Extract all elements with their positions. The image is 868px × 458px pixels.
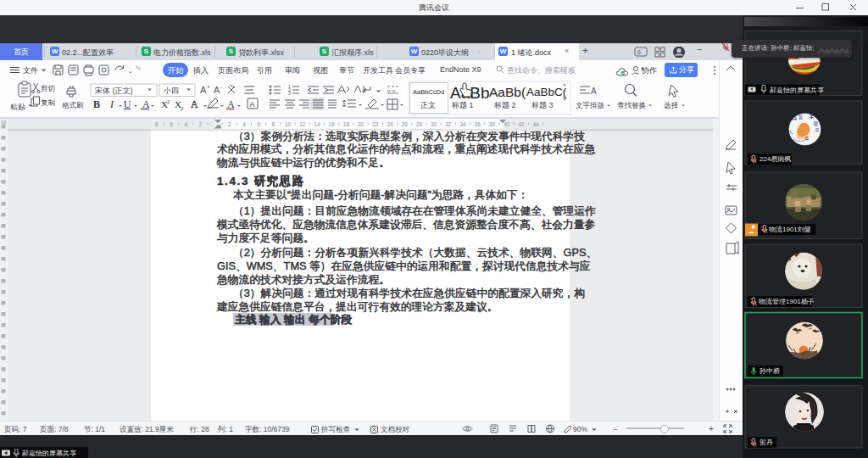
- svg-text:24: 24: [387, 121, 393, 127]
- svg-text:28: 28: [416, 121, 423, 127]
- svg-text:AaBbCcDd: AaBbCcDd: [413, 88, 444, 96]
- svg-text:34: 34: [459, 121, 466, 127]
- svg-text:38: 38: [489, 121, 496, 127]
- svg-text:10: 10: [285, 121, 292, 127]
- svg-text:16: 16: [329, 121, 336, 127]
- svg-text:2: 2: [228, 121, 231, 127]
- svg-text:8: 8: [272, 121, 275, 127]
- svg-text:42: 42: [518, 121, 525, 127]
- svg-text:2: 2: [167, 98, 170, 105]
- svg-text:12: 12: [299, 121, 306, 127]
- svg-text:44: 44: [532, 121, 539, 127]
- svg-text:A: A: [250, 100, 255, 109]
- svg-text:36: 36: [475, 121, 481, 127]
- svg-text:A: A: [214, 85, 220, 95]
- svg-text:14: 14: [314, 121, 320, 127]
- svg-text:6: 6: [170, 121, 173, 127]
- svg-text:4: 4: [184, 121, 187, 127]
- svg-text:20: 20: [358, 121, 364, 127]
- svg-text:-: -: [220, 84, 223, 90]
- svg-text:30: 30: [431, 121, 437, 127]
- svg-text:AaBbC(: AaBbC(: [526, 86, 567, 98]
- svg-text:6: 6: [637, 49, 641, 55]
- svg-text:AaBb(: AaBb(: [489, 85, 526, 99]
- svg-text:2: 2: [199, 121, 203, 127]
- svg-text:18: 18: [343, 121, 350, 127]
- svg-text:22: 22: [372, 121, 379, 127]
- svg-text:B: B: [93, 98, 100, 110]
- svg-text:4: 4: [242, 121, 246, 127]
- svg-text:A: A: [191, 98, 198, 110]
- svg-text:8: 8: [155, 121, 159, 127]
- svg-text:32: 32: [445, 121, 452, 127]
- svg-text:+: +: [207, 84, 210, 90]
- svg-text:3: 3: [288, 91, 291, 96]
- svg-text:A: A: [591, 87, 597, 96]
- svg-text:6: 6: [257, 121, 260, 127]
- svg-text:2: 2: [181, 105, 184, 112]
- svg-text:40: 40: [504, 121, 510, 127]
- svg-text:A: A: [200, 85, 207, 95]
- svg-text:26: 26: [402, 121, 409, 127]
- svg-text:I: I: [109, 98, 114, 110]
